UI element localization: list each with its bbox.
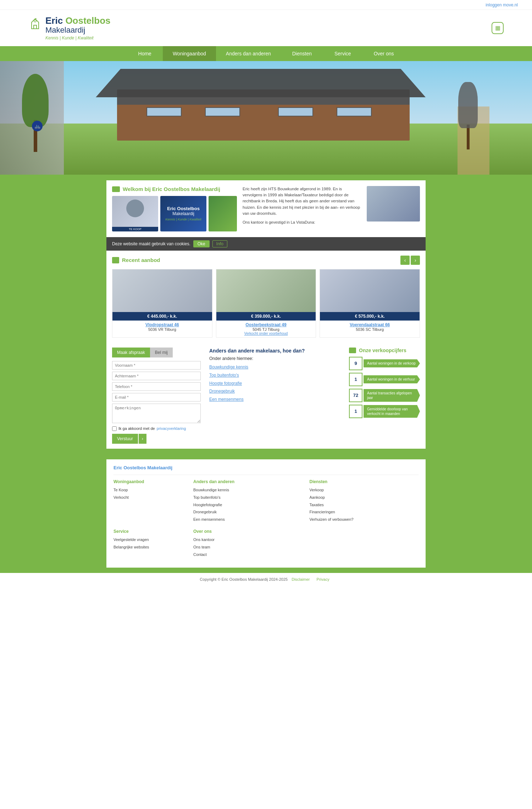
footer-link-websites[interactable]: Belangrijke websites bbox=[113, 543, 186, 551]
footer-brand: Eric Oostelbos Makelaardij bbox=[113, 465, 419, 470]
footer: Eric Oostelbos Makelaardij Woningaanbod … bbox=[0, 454, 532, 573]
privacy-link[interactable]: privacyverklaring bbox=[157, 426, 186, 431]
footer-link-drone[interactable]: Dronegebruik bbox=[193, 508, 303, 516]
verkoop-item-3: 1 Gemiddelde doorloop van verkocht in ma… bbox=[349, 405, 420, 418]
opmerkingen-input[interactable] bbox=[112, 404, 201, 423]
anders-link-1[interactable]: Bouwkundige kennis bbox=[209, 363, 340, 371]
anders-subtitle: Onder andere hiermee: bbox=[209, 356, 340, 361]
recent-section: Recent aanbod ‹ › € 445.000,- k.k. Vlodr… bbox=[106, 251, 426, 343]
logo-icon bbox=[28, 17, 42, 31]
cookie-text: Deze website maakt gebruik van cookies. bbox=[112, 241, 190, 246]
verkoop-section: Onze verkoopcijfers 9 Aantal woningen in… bbox=[349, 348, 420, 444]
footer-link-verkocht[interactable]: Verkocht bbox=[113, 494, 186, 501]
voornaam-input[interactable] bbox=[112, 361, 201, 370]
footer-link-mensenmens[interactable]: Een mensenmens bbox=[193, 516, 303, 523]
submit-button[interactable]: Verstuur bbox=[112, 434, 138, 444]
footer-col-anders: Anders dan anderen Bouwkundige kennis To… bbox=[193, 479, 303, 523]
cookie-bar: Deze website maakt gebruik van cookies. … bbox=[106, 237, 426, 251]
property-street-2[interactable]: Oosterbeekstraat 49 bbox=[219, 322, 313, 327]
footer-col-overons: Over ons Ons kantoor Ons team Contact bbox=[193, 529, 266, 558]
green-image bbox=[209, 196, 237, 231]
home-icon bbox=[112, 257, 119, 263]
privacy-checkbox[interactable] bbox=[112, 426, 117, 431]
login-link[interactable]: inloggen move.nl bbox=[486, 2, 518, 7]
anders-link-5[interactable]: Een mensenmens bbox=[209, 395, 340, 404]
copyright-text: Copyright © Eric Oostelbos Makelaardij 2… bbox=[200, 577, 288, 581]
verkoop-label-2: Aantal transacties afgelopen jaar bbox=[364, 389, 420, 402]
footer-col-title-service: Service bbox=[113, 529, 186, 534]
logo-area: Eric Oostelbos Makelaardij Kennis | Kund… bbox=[28, 16, 111, 40]
footer-link-taxaties[interactable]: Taxaties bbox=[310, 501, 419, 509]
disclaimer-link[interactable]: Disclaimer bbox=[292, 577, 310, 581]
verkoop-item-0: 9 Aantal woningen in de verkoop bbox=[349, 357, 420, 370]
property-city-1: 5036 VR Tilburg bbox=[115, 327, 209, 332]
telefoon-input[interactable] bbox=[112, 382, 201, 391]
nav-service[interactable]: Service bbox=[323, 46, 362, 61]
tab-bel[interactable]: Bel mij bbox=[150, 348, 173, 357]
verkoop-label-3: Gemiddelde doorloop van verkocht in maan… bbox=[364, 405, 420, 418]
hero-banner: 🚲 bbox=[0, 61, 532, 175]
welcome-title: Welkom bij Eric Oostelbos Makelaardij bbox=[123, 186, 220, 192]
verkoop-num-3: 1 bbox=[349, 405, 362, 418]
footer-link-team[interactable]: Ons team bbox=[193, 543, 266, 551]
footer-link-bouwkundig[interactable]: Bouwkundige kennis bbox=[193, 486, 303, 494]
email-input[interactable] bbox=[112, 393, 201, 401]
next-arrow[interactable]: › bbox=[411, 256, 420, 265]
nav-overons[interactable]: Over ons bbox=[362, 46, 405, 61]
property-street-3[interactable]: Voerendaalstraat 66 bbox=[323, 322, 417, 327]
cookie-info-button[interactable]: Info bbox=[212, 240, 227, 247]
cookie-ok-button[interactable]: Oke bbox=[193, 240, 210, 247]
footer-link-tekoop[interactable]: Te Koop bbox=[113, 486, 186, 494]
verkoop-label-0: Aantal woningen in de verkoop bbox=[364, 359, 420, 367]
property-city-2: 5045 TJ Tilburg bbox=[219, 327, 313, 332]
property-price-2: € 359.000,- k.k. bbox=[216, 312, 316, 321]
footer-link-hoogte[interactable]: Hoogtefotografie bbox=[193, 501, 303, 509]
footer-link-verhuizen[interactable]: Verhuizen of verbouwen? bbox=[310, 516, 419, 523]
logo-tagline: Kennis | Kunde | Kwaliteit bbox=[45, 35, 111, 40]
property-card: € 445.000,- k.k. Vlodropstraat 46 5036 V… bbox=[112, 269, 212, 338]
welcome-icon bbox=[112, 186, 120, 192]
footer-link-aankoop[interactable]: Aankoop bbox=[310, 494, 419, 501]
property-note-2: Verkocht onder voorbehoud bbox=[219, 332, 313, 335]
footer-col-title-1: Anders dan anderen bbox=[193, 479, 303, 484]
tab-afspraak[interactable]: Maak afspraak bbox=[112, 348, 150, 357]
verkoop-num-2: 72 bbox=[349, 389, 362, 402]
nav-woningaanbod[interactable]: Woningaanbod bbox=[163, 46, 216, 61]
nav-arrows: ‹ › bbox=[400, 256, 420, 265]
logo-card: Eric Oostelbos Makelaardij Kennis | Kund… bbox=[160, 196, 206, 231]
nav-anders[interactable]: Anders dan anderen bbox=[216, 46, 281, 61]
svg-point-0 bbox=[34, 20, 36, 22]
properties-grid: € 445.000,- k.k. Vlodropstraat 46 5036 V… bbox=[112, 269, 420, 338]
anders-link-4[interactable]: Dronegebruik bbox=[209, 387, 340, 395]
bottom-section: Maak afspraak Bel mij bbox=[106, 343, 426, 449]
main-wrapper: Welkom bij Eric Oostelbos Makelaardij TE… bbox=[0, 175, 532, 454]
submit-arrow-button[interactable]: › bbox=[139, 434, 146, 444]
footer-link-contact[interactable]: Contact bbox=[193, 551, 266, 558]
footer-link-veelgesteld[interactable]: Veelgestelde vragen bbox=[113, 536, 186, 543]
privacy-link-footer[interactable]: Privacy bbox=[317, 577, 329, 581]
anders-link-3[interactable]: Hoogte fotografie bbox=[209, 379, 340, 388]
nav-home[interactable]: Home bbox=[127, 46, 163, 61]
footer-link-kantoor[interactable]: Ons kantoor bbox=[193, 536, 266, 543]
instagram-icon[interactable]: ▦ bbox=[492, 22, 504, 34]
prev-arrow[interactable]: ‹ bbox=[400, 256, 410, 265]
verkoop-num-0: 9 bbox=[349, 357, 362, 370]
footer-link-financieringen[interactable]: Financieringen bbox=[310, 508, 419, 516]
chart-icon bbox=[349, 348, 356, 353]
verkoop-label-1: Aantal woningen in de verhuur bbox=[364, 375, 420, 383]
logo-name: Eric Oostelbos bbox=[45, 16, 111, 26]
achternaam-input[interactable] bbox=[112, 372, 201, 380]
footer-link-verkoop[interactable]: Verkoop bbox=[310, 486, 419, 494]
property-street-1[interactable]: Vlodropstraat 46 bbox=[115, 322, 209, 327]
header: Eric Oostelbos Makelaardij Kennis | Kund… bbox=[0, 10, 532, 46]
contact-form: Maak afspraak Bel mij bbox=[112, 348, 201, 444]
footer-col-diensten: Diensten Verkoop Aankoop Taxaties Financ… bbox=[310, 479, 419, 523]
footer-col-woningaanbod: Woningaanbod Te Koop Verkocht bbox=[113, 479, 186, 523]
anders-link-2[interactable]: Top buitenfoto's bbox=[209, 371, 340, 379]
info-text: Eric heeft zijn HTS Bouwkunde afgerond i… bbox=[243, 186, 361, 231]
property-price-3: € 575.000,- k.k. bbox=[320, 312, 420, 321]
property-image-3 bbox=[320, 269, 420, 312]
nav-diensten[interactable]: Diensten bbox=[281, 46, 323, 61]
footer-link-buitenfoto[interactable]: Top buitenfoto's bbox=[193, 494, 303, 501]
verkoop-item-2: 72 Aantal transacties afgelopen jaar bbox=[349, 389, 420, 402]
